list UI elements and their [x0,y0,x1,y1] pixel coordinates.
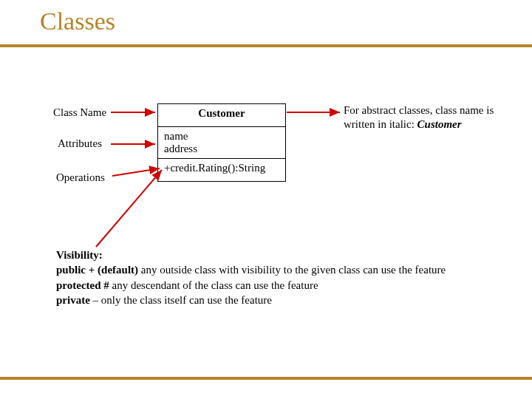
uml-attributes-compartment: name address [158,127,285,159]
page-title: Classes [40,7,115,35]
arrows-overlay [0,0,532,399]
visibility-public-rest: any outside class with visibility to the… [138,264,446,276]
visibility-private-bold: private [56,294,90,306]
visibility-block: Visibility: public + (default) any outsi… [56,248,485,307]
abstract-note-line1: For abstract classes, class name is [344,104,494,116]
label-operations: Operations [56,171,105,184]
uml-attribute: name [164,130,279,143]
uml-class-box: Customer name address +credit.Rating():S… [157,103,286,182]
uml-class-name: Customer [198,107,245,119]
bottom-rule [0,377,532,380]
uml-operations-compartment: +credit.Rating():String [158,159,285,181]
abstract-note-italic: Customer [417,118,462,130]
svg-line-2 [112,168,160,176]
label-class-name: Class Name [53,106,106,119]
visibility-heading: Visibility: [56,249,103,261]
visibility-protected-bold: protected # [56,279,109,291]
abstract-note-line2-prefix: written in italic: [344,118,417,130]
visibility-private-rest: – only the class itself can use the feat… [90,294,272,306]
visibility-protected-rest: any descendant of the class can use the … [109,279,318,291]
abstract-note: For abstract classes, class name is writ… [344,103,510,132]
top-rule [0,44,532,47]
svg-line-4 [96,170,162,247]
visibility-public-bold: public + (default) [56,264,138,276]
uml-attribute: address [164,143,279,155]
uml-operation: +credit.Rating():String [164,162,279,174]
uml-name-compartment: Customer [158,104,285,127]
label-attributes: Attributes [58,137,102,150]
